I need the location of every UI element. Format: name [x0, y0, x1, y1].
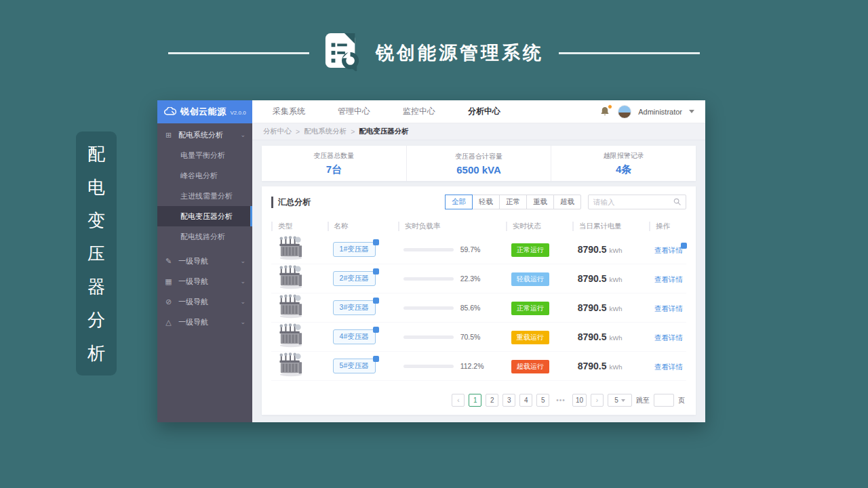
page-size-value: 5 [614, 396, 618, 404]
sidebar-item-level1-nav[interactable]: ⊘ 一级导航 ⌄ [157, 291, 252, 312]
breadcrumb-item[interactable]: 配电系统分析 [304, 127, 347, 136]
top-navigation-bar: 采集系统 管理中心 监控中心 分析中心 [252, 100, 705, 123]
banner-divider-right [559, 52, 700, 54]
pagination-page-button[interactable]: 3 [502, 394, 515, 407]
filter-button[interactable]: 超载 [553, 195, 581, 209]
pagination-page-button[interactable]: 5 [536, 394, 549, 407]
load-percent: 59.7% [460, 245, 481, 253]
cell-load-rate: 22.3% [398, 274, 506, 283]
sidebar-submenu-label: 配电变压器分析 [180, 211, 233, 222]
breadcrumb-separator: > [351, 127, 355, 136]
transformer-name-tag[interactable]: 2#变压器 [333, 271, 376, 286]
pagination-prev-button[interactable]: ‹ [452, 394, 465, 407]
sidebar-submenu-item[interactable]: 主进线需量分析 [157, 186, 252, 206]
top-nav-item[interactable]: 管理中心 [338, 106, 370, 117]
user-menu-chevron-down-icon[interactable] [689, 110, 694, 113]
top-nav-item[interactable]: 分析中心 [468, 106, 500, 117]
sidebar-submenu-label: 配电线路分析 [180, 232, 225, 242]
stat-value: 4条 [616, 163, 631, 176]
energy-value: 8790.5 [578, 273, 607, 284]
vertical-title-char: 变 [87, 211, 105, 229]
sidebar-submenu-item[interactable]: 配电变压器分析 [157, 206, 252, 226]
notification-badge [608, 104, 612, 109]
pagination-page-button[interactable]: ••• [553, 394, 568, 407]
user-avatar[interactable] [618, 105, 631, 119]
brand-logo[interactable]: 锐创云能源 V2.0.0 [157, 100, 252, 123]
jump-page-input[interactable] [654, 394, 674, 407]
load-filter-group: 全部 轻载 正常 重载 超载 [446, 195, 581, 209]
view-details-link[interactable]: 查看详情 [654, 275, 683, 285]
load-percent: 112.2% [460, 362, 484, 370]
cell-load-rate: 59.7% [398, 245, 506, 253]
transformer-name: 5#变压器 [340, 361, 369, 369]
vertical-title-tag: 配电变压器分析 [76, 131, 117, 375]
breadcrumb-item[interactable]: 配电变压器分析 [359, 127, 409, 136]
energy-value: 8790.5 [578, 302, 607, 313]
sidebar-item-level1-nav[interactable]: △ 一级导航 ⌄ [157, 312, 252, 332]
pagination-page-button[interactable]: 10 [572, 394, 587, 407]
chevron-down-icon: ⌄ [240, 319, 245, 325]
breadcrumb: > 分析中心 > 配电系统分析 > 配电变压器分析 [252, 123, 705, 140]
sidebar-submenu-item[interactable]: 配电线路分析 [157, 226, 252, 247]
pagination-next-button[interactable]: › [591, 394, 604, 407]
tag-corner-badge [373, 327, 379, 333]
pagination-page-button[interactable]: 1 [469, 394, 481, 407]
load-bar-wrap: 70.5% [403, 333, 506, 341]
filter-button[interactable]: 重载 [526, 195, 554, 209]
pagination-page-button[interactable]: 4 [519, 394, 532, 407]
col-header-status: 实时状态 [506, 222, 572, 231]
pagination-pages: 1 2 3 4 5 ••• [469, 394, 587, 407]
view-details-link[interactable]: 查看详情 [654, 363, 683, 372]
user-name: Administrator [638, 108, 682, 116]
view-details-label: 查看详情 [654, 304, 683, 312]
table-row: 1#变压器 [271, 235, 686, 264]
col-header-load: 实时负载率 [398, 222, 506, 231]
cell-name: 1#变压器 [328, 242, 398, 257]
page-size-select[interactable]: 5 [608, 394, 632, 407]
section-title: 汇总分析 [271, 197, 311, 208]
load-bar-wrap: 22.3% [403, 274, 506, 283]
summary-analysis-card: 汇总分析 全部 轻载 正常 重载 [262, 186, 696, 415]
cell-energy: 8790.5kWh [572, 272, 649, 285]
transformer-image [277, 280, 305, 291]
top-nav-item[interactable]: 监控中心 [403, 106, 435, 117]
sidebar-submenu: 电量平衡分析 峰谷电分析 主进线需量分析 配电变压器分析 [157, 145, 252, 247]
sidebar-item-power-system-analysis[interactable]: ⊞ 配电系统分析 ⌄ [157, 125, 252, 145]
app-window: 锐创云能源 V2.0.0 采集系统 管理中心 监控中心 分析中心 [157, 100, 705, 422]
transformer-name-tag[interactable]: 3#变压器 [333, 300, 376, 315]
sidebar-item-level1-nav[interactable]: ✎ 一级导航 ⌄ [157, 251, 252, 271]
filter-button[interactable]: 轻载 [472, 195, 500, 209]
load-bar-track [403, 336, 454, 339]
banner: 锐创能源管理系统 [0, 27, 868, 79]
chevron-down-icon: ⌄ [240, 258, 245, 264]
top-nav-item[interactable]: 采集系统 [273, 106, 305, 117]
status-badge: 超载运行 [511, 360, 549, 373]
tag-corner-badge [373, 298, 379, 304]
search-input[interactable] [593, 198, 669, 206]
status-badge: 轻载运行 [511, 272, 549, 286]
load-bar-wrap: 59.7% [403, 245, 506, 253]
stats-summary-card: 变压器总数量 7台 变压器合计容量 6500 kVA 越限报警记录 4条 [262, 146, 696, 181]
chevron-down-icon: ⌄ [240, 298, 245, 305]
transformer-image [277, 338, 305, 350]
transformer-name-tag[interactable]: 1#变压器 [333, 242, 376, 257]
energy-value: 8790.5 [578, 361, 607, 371]
pagination-page-button[interactable]: 2 [486, 394, 498, 407]
table-row: 5#变压器 [271, 352, 686, 381]
view-details-link[interactable]: 查看详情 [654, 304, 683, 314]
sidebar-submenu-item[interactable]: 电量平衡分析 [157, 145, 252, 165]
filter-button[interactable]: 正常 [499, 195, 527, 209]
notification-bell-icon[interactable] [600, 106, 611, 117]
transformer-name-tag[interactable]: 4#变压器 [333, 329, 376, 344]
transformer-name-tag[interactable]: 5#变压器 [333, 359, 376, 373]
cell-action: 查看详情 [649, 243, 686, 256]
search-icon[interactable] [673, 196, 681, 208]
sidebar-submenu-item[interactable]: 峰谷电分析 [157, 165, 252, 186]
view-details-link[interactable]: 查看详情 [654, 333, 683, 343]
vertical-title-char: 分 [87, 311, 105, 329]
filter-button[interactable]: 全部 [445, 195, 473, 209]
sidebar-item-level1-nav[interactable]: ▦ 一级导航 ⌄ [157, 271, 252, 291]
view-details-link[interactable]: 查看详情 [654, 246, 683, 256]
load-percent: 22.3% [460, 274, 481, 283]
breadcrumb-item[interactable]: 分析中心 [263, 127, 292, 136]
